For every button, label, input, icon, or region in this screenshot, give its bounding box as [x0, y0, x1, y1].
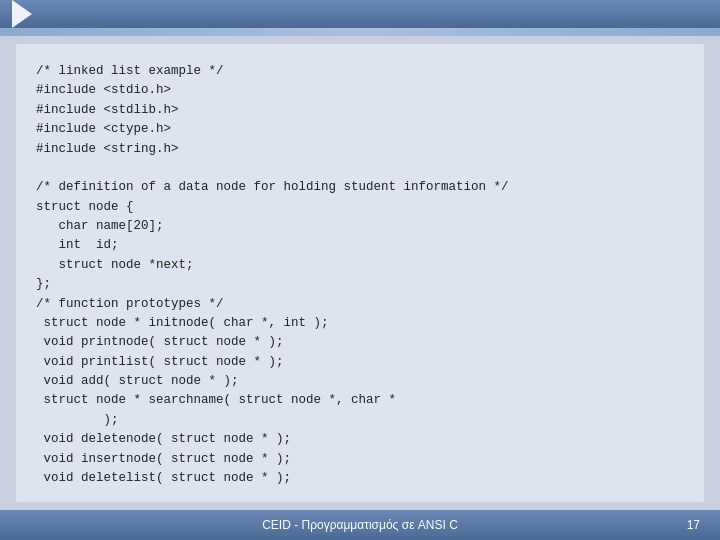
footer-page-number: 17 — [687, 518, 700, 532]
code-block: /* linked list example */ #include <stdi… — [36, 62, 684, 488]
bottom-bar: CEID - Προγραμματισμός σε ANSI C 17 — [0, 510, 720, 540]
content-area: /* linked list example */ #include <stdi… — [16, 44, 704, 502]
logo-icon — [12, 0, 32, 28]
top-divider — [0, 28, 720, 36]
top-bar — [0, 0, 720, 28]
footer-center-text: CEID - Προγραμματισμός σε ANSI C — [262, 518, 458, 532]
